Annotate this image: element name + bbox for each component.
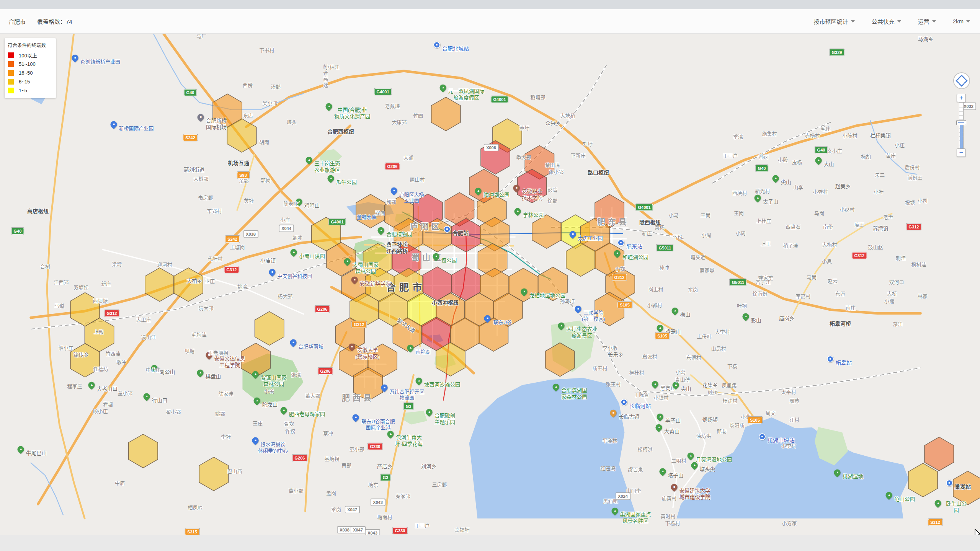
road xyxy=(386,375,413,511)
legend-swatch xyxy=(8,88,14,93)
zoom-in-button[interactable]: + xyxy=(957,94,966,102)
browser-top-strip xyxy=(0,0,980,9)
app-window: 合肥市 覆盖格数：74 按市辖区统计公共快充运营2km 合肥市庐阳区蜀山区肥东县… xyxy=(0,0,980,551)
chevron-down-icon xyxy=(897,20,901,23)
road xyxy=(237,155,254,210)
hex-cell-a[interactable] xyxy=(129,434,158,468)
dropdown-按市辖区统计[interactable]: 按市辖区统计 xyxy=(814,17,855,25)
legend-title: 符合条件的终端数 xyxy=(8,41,53,49)
zoom-slider-fill xyxy=(960,125,963,148)
dropdown-运营[interactable]: 运营 xyxy=(918,17,936,25)
road xyxy=(47,34,85,518)
chevron-down-icon xyxy=(851,20,855,23)
lake-water xyxy=(469,378,637,518)
river xyxy=(870,121,917,174)
hex-cell-o1[interactable] xyxy=(356,194,385,228)
railway xyxy=(712,122,831,183)
road xyxy=(640,210,921,313)
toolbar: 合肥市 覆盖格数：74 按市辖区统计公共快充运营2km xyxy=(0,9,980,34)
legend-item: 100以上 xyxy=(5,51,56,60)
zoom-slider-handle[interactable] xyxy=(956,120,966,125)
zoom-out-button[interactable]: − xyxy=(957,148,966,157)
road xyxy=(641,391,677,508)
toolbar-dropdowns: 按市辖区统计公共快充运营2km xyxy=(814,17,980,25)
hex-cell-a[interactable] xyxy=(908,463,938,497)
legend-item: 16~50 xyxy=(5,68,56,77)
park-area xyxy=(403,411,427,425)
legend-swatch xyxy=(8,52,14,58)
railway xyxy=(466,217,920,396)
city-title: 合肥市 xyxy=(8,17,26,25)
hex-cell-a[interactable] xyxy=(255,311,284,345)
park-area xyxy=(318,149,342,163)
chevron-down-icon xyxy=(932,20,936,23)
lake-water xyxy=(676,417,908,518)
pan-control[interactable] xyxy=(953,72,970,90)
legend-item: 1~5 xyxy=(5,86,56,95)
hex-cell-o1[interactable] xyxy=(953,471,980,505)
legend-item: 6~15 xyxy=(5,77,56,86)
legend-swatch xyxy=(8,61,14,67)
dropdown-2km[interactable]: 2km xyxy=(953,18,970,24)
road xyxy=(682,411,705,490)
bottom-strip xyxy=(0,535,980,551)
hex-cell-o1[interactable] xyxy=(532,215,561,248)
road xyxy=(793,214,892,314)
legend: 符合条件的终端数 100以上51~10016~506~151~5 xyxy=(5,38,56,98)
coverage-value: 74 xyxy=(66,18,72,25)
hex-cell-a[interactable] xyxy=(199,457,228,491)
map-canvas[interactable]: 合肥市庐阳区蜀山区肥东县肥西县机场互通合肥西枢纽路口枢纽陇西枢纽小西冲枢纽高店枢… xyxy=(0,34,980,535)
legend-swatch xyxy=(8,79,14,85)
hex-cell-a[interactable] xyxy=(145,268,174,302)
hex-cell-o2[interactable] xyxy=(924,437,954,471)
legend-item: 51~100 xyxy=(5,60,56,68)
road xyxy=(246,71,921,210)
legend-swatch xyxy=(8,70,14,76)
chevron-down-icon xyxy=(966,20,970,23)
hex-cell-o1[interactable] xyxy=(431,97,461,131)
map-graphics xyxy=(0,34,980,535)
coverage-stat: 覆盖格数：74 xyxy=(37,17,72,25)
dropdown-公共快充[interactable]: 公共快充 xyxy=(872,17,901,25)
